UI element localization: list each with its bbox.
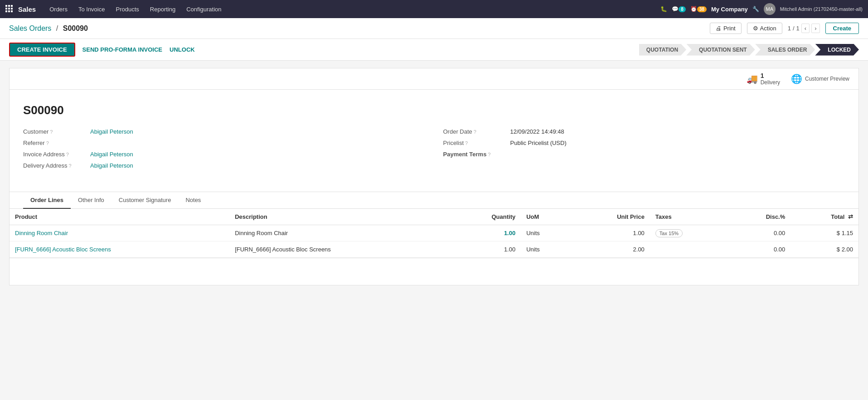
nav-orders[interactable]: Orders bbox=[45, 3, 72, 15]
breadcrumb-parent[interactable]: Sales Orders bbox=[9, 24, 51, 32]
app-name: Sales bbox=[18, 5, 36, 13]
invoice-address-help[interactable]: ? bbox=[66, 152, 69, 157]
printer-icon: 🖨 bbox=[716, 25, 722, 32]
pricelist-row: Pricelist ? Public Pricelist (USD) bbox=[443, 140, 845, 146]
discount-2: 0.00 bbox=[728, 241, 790, 258]
globe-icon: 🌐 bbox=[791, 73, 802, 84]
pagination-next[interactable]: › bbox=[811, 24, 820, 33]
settings-icon[interactable]: 🔧 bbox=[752, 6, 759, 12]
col-description: Description bbox=[229, 209, 449, 225]
pagination: 1 / 1 ‹ › bbox=[788, 24, 820, 33]
order-date-row: Order Date ? 12/09/2022 14:49:48 bbox=[443, 128, 845, 135]
invoice-address-row: Invoice Address ? Abigail Peterson bbox=[23, 151, 425, 158]
create-invoice-button[interactable]: CREATE INVOICE bbox=[9, 43, 75, 57]
uom-1: Units bbox=[521, 225, 571, 241]
nav-products[interactable]: Products bbox=[111, 3, 143, 15]
create-button[interactable]: Create bbox=[825, 23, 859, 34]
svg-rect-5 bbox=[11, 8, 13, 10]
nav-right: 🐛 💬8 ⏰38 My Company 🔧 MA Mitchell Admin … bbox=[660, 3, 863, 15]
order-date-label: Order Date ? bbox=[443, 128, 507, 135]
action-bar: CREATE INVOICE SEND PRO-FORMA INVOICE UN… bbox=[0, 39, 868, 61]
print-button[interactable]: 🖨 Print bbox=[710, 23, 742, 34]
clock-icon[interactable]: ⏰38 bbox=[690, 6, 707, 12]
nav-configuration[interactable]: Configuration bbox=[182, 3, 226, 15]
delivery-truck-icon: 🚚 bbox=[747, 73, 758, 84]
description-2: [FURN_6666] Acoustic Bloc Screens bbox=[229, 241, 449, 258]
chat-icon[interactable]: 💬8 bbox=[672, 6, 686, 12]
svg-rect-4 bbox=[8, 8, 10, 10]
customer-help[interactable]: ? bbox=[50, 129, 53, 135]
order-date-help[interactable]: ? bbox=[474, 129, 476, 135]
delivery-address-help[interactable]: ? bbox=[69, 163, 72, 169]
pipeline-sales-order[interactable]: SALES ORDER bbox=[755, 44, 815, 56]
delivery-address-value[interactable]: Abigail Peterson bbox=[90, 162, 133, 169]
svg-rect-2 bbox=[11, 5, 13, 7]
order-date-value[interactable]: 12/09/2022 14:49:48 bbox=[510, 128, 564, 135]
grid-icon[interactable] bbox=[5, 5, 13, 14]
referrer-help[interactable]: ? bbox=[46, 140, 49, 146]
col-taxes: Taxes bbox=[650, 209, 728, 225]
breadcrumb-current: S00090 bbox=[63, 24, 88, 32]
pagination-prev[interactable]: ‹ bbox=[801, 24, 810, 33]
col-product: Product bbox=[10, 209, 229, 225]
tab-notes[interactable]: Notes bbox=[178, 192, 208, 209]
col-settings-icon[interactable]: ⇄ bbox=[848, 213, 853, 220]
pricelist-label: Pricelist ? bbox=[443, 140, 507, 146]
svg-rect-7 bbox=[8, 10, 10, 12]
payment-terms-help[interactable]: ? bbox=[488, 152, 490, 157]
order-number: S00090 bbox=[23, 103, 845, 117]
page-header: Sales Orders / S00090 🖨 Print ⚙ Action 1… bbox=[0, 18, 868, 39]
send-pro-forma-button[interactable]: SEND PRO-FORMA INVOICE bbox=[82, 43, 162, 56]
total-1: $ 1.15 bbox=[790, 225, 858, 241]
delivery-address-label: Delivery Address ? bbox=[23, 162, 87, 169]
col-discount: Disc.% bbox=[728, 209, 790, 225]
page-header-right: 🖨 Print ⚙ Action 1 / 1 ‹ › Create bbox=[710, 23, 859, 34]
taxes-1: Tax 15% bbox=[650, 225, 728, 241]
tab-order-lines[interactable]: Order Lines bbox=[23, 192, 71, 209]
quantity-2[interactable]: 1.00 bbox=[449, 241, 521, 258]
pricelist-help[interactable]: ? bbox=[465, 140, 468, 146]
tab-other-info[interactable]: Other Info bbox=[71, 192, 112, 209]
nav-reporting[interactable]: Reporting bbox=[145, 3, 180, 15]
invoice-address-value[interactable]: Abigail Peterson bbox=[90, 151, 133, 158]
col-unit-price: Unit Price bbox=[571, 209, 650, 225]
user-name: Mitchell Admin (21702450-master-all) bbox=[780, 6, 863, 12]
customer-label: Customer ? bbox=[23, 128, 87, 135]
avatar[interactable]: MA bbox=[764, 3, 776, 15]
pipeline-quotation-sent[interactable]: QUOTATION SENT bbox=[686, 44, 755, 56]
tab-customer-signature[interactable]: Customer Signature bbox=[112, 192, 179, 209]
action-button[interactable]: ⚙ Action bbox=[747, 23, 782, 34]
status-pipeline: QUOTATION QUOTATION SENT SALES ORDER LOC… bbox=[639, 44, 859, 56]
description-1: Dinning Room Chair bbox=[229, 225, 449, 241]
tabs-bar: Order Lines Other Info Customer Signatur… bbox=[9, 192, 859, 209]
invoice-address-label: Invoice Address ? bbox=[23, 151, 87, 158]
bug-icon[interactable]: 🐛 bbox=[660, 6, 667, 12]
customer-row: Customer ? Abigail Peterson bbox=[23, 128, 425, 135]
taxes-2 bbox=[650, 241, 728, 258]
delivery-address-row: Delivery Address ? Abigail Peterson bbox=[23, 162, 425, 169]
delivery-info[interactable]: 🚚 1 Delivery bbox=[747, 72, 780, 86]
svg-rect-8 bbox=[11, 10, 13, 12]
col-quantity: Quantity bbox=[449, 209, 521, 225]
order-table: Product Description Quantity UoM Unit Pr… bbox=[9, 209, 859, 258]
payment-terms-label: Payment Terms ? bbox=[443, 151, 507, 158]
pricelist-value[interactable]: Public Pricelist (USD) bbox=[510, 140, 567, 146]
svg-rect-3 bbox=[5, 8, 7, 10]
customer-preview-info[interactable]: 🌐 Customer Preview bbox=[791, 73, 849, 84]
pipeline-locked[interactable]: LOCKED bbox=[815, 44, 859, 56]
payment-terms-row: Payment Terms ? bbox=[443, 151, 845, 158]
breadcrumb-separator: / bbox=[56, 24, 58, 32]
nav-to-invoice[interactable]: To Invoice bbox=[74, 3, 110, 15]
product-link-2[interactable]: [FURN_6666] Acoustic Bloc Screens bbox=[15, 246, 111, 253]
col-uom: UoM bbox=[521, 209, 571, 225]
customer-value[interactable]: Abigail Peterson bbox=[90, 128, 133, 135]
scroll-area bbox=[9, 258, 859, 285]
table-row: [FURN_6666] Acoustic Bloc Screens [FURN_… bbox=[10, 241, 858, 258]
quantity-1[interactable]: 1.00 bbox=[504, 230, 515, 236]
unlock-button[interactable]: UNLOCK bbox=[170, 43, 195, 56]
uom-2: Units bbox=[521, 241, 571, 258]
product-link-1[interactable]: Dinning Room Chair bbox=[15, 230, 68, 236]
pipeline-quotation[interactable]: QUOTATION bbox=[639, 44, 686, 56]
referrer-row: Referrer ? bbox=[23, 140, 425, 146]
unit-price-1: 1.00 bbox=[571, 225, 650, 241]
